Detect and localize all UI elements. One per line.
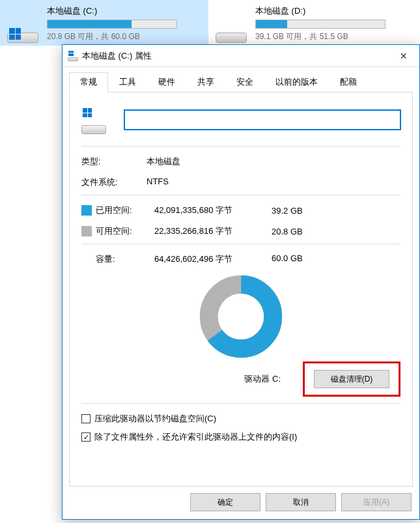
drive-item-c[interactable]: 本地磁盘 (C:) 20.8 GB 可用，共 60.0 GB — [0, 0, 208, 46]
tab-sharing[interactable]: 共享 — [186, 72, 225, 92]
index-checkbox-row[interactable]: ✓ 除了文件属性外，还允许索引此驱动器上文件的内容(I) — [81, 431, 400, 443]
used-bytes: 42,091,335,680 字节 — [154, 205, 272, 216]
drive-name: 本地磁盘 (C:) — [47, 5, 202, 17]
ok-button[interactable]: 确定 — [190, 493, 260, 511]
drive-item-d[interactable]: 本地磁盘 (D:) 39.1 GB 可用，共 51.5 GB — [208, 0, 417, 46]
cancel-button[interactable]: 取消 — [266, 493, 336, 511]
index-label: 除了文件属性外，还允许索引此驱动器上文件的内容(I) — [94, 431, 297, 443]
capacity-label: 容量: — [96, 253, 154, 265]
used-label: 已用空间: — [96, 205, 154, 216]
dialog-title: 本地磁盘 (C:) 属性 — [82, 50, 389, 62]
used-readable: 39.2 GB — [272, 206, 324, 216]
divider — [81, 146, 400, 147]
tab-bar: 常规 工具 硬件 共享 安全 以前的版本 配额 — [63, 67, 419, 92]
drive-icon — [7, 10, 39, 43]
tab-tools[interactable]: 工具 — [108, 72, 147, 92]
filesystem-value: NTFS — [147, 177, 400, 188]
type-value: 本地磁盘 — [147, 156, 400, 167]
dialog-titlebar[interactable]: 本地磁盘 (C:) 属性 ✕ — [63, 45, 419, 67]
divider — [81, 195, 400, 195]
tab-quota[interactable]: 配额 — [329, 72, 368, 92]
used-swatch — [81, 205, 92, 216]
volume-label-input[interactable] — [124, 110, 400, 130]
tab-previous-versions[interactable]: 以前的版本 — [264, 72, 329, 92]
drive-usage-bar — [47, 20, 177, 29]
free-swatch — [81, 226, 92, 236]
drive-usage-bar — [255, 20, 385, 29]
filesystem-label: 文件系统: — [81, 177, 147, 188]
properties-dialog: 本地磁盘 (C:) 属性 ✕ 常规 工具 硬件 共享 安全 以前的版本 配额 类… — [62, 44, 420, 520]
divider — [81, 403, 400, 404]
checkbox-icon[interactable] — [81, 414, 91, 423]
drive-icon — [68, 51, 78, 61]
highlight-annotation: 磁盘清理(D) — [303, 361, 400, 397]
close-button[interactable]: ✕ — [389, 46, 418, 66]
tab-security[interactable]: 安全 — [225, 72, 264, 92]
free-label: 可用空间: — [96, 225, 154, 237]
free-readable: 20.8 GB — [272, 227, 324, 236]
tab-general[interactable]: 常规 — [69, 72, 108, 92]
tab-hardware[interactable]: 硬件 — [147, 72, 186, 92]
drive-name: 本地磁盘 (D:) — [255, 5, 410, 17]
apply-button[interactable]: 应用(A) — [341, 493, 412, 511]
disk-cleanup-button[interactable]: 磁盘清理(D) — [314, 370, 389, 388]
drive-label: 驱动器 C: — [244, 373, 281, 385]
capacity-readable: 60.0 GB — [272, 253, 324, 265]
drive-icon — [81, 106, 107, 134]
explorer-drive-list: 本地磁盘 (C:) 20.8 GB 可用，共 60.0 GB 本地磁盘 (D:)… — [0, 0, 420, 46]
capacity-bytes: 64,426,602,496 字节 — [154, 253, 272, 265]
divider — [81, 244, 400, 244]
type-label: 类型: — [81, 156, 147, 167]
compress-checkbox-row[interactable]: 压缩此驱动器以节约磁盘空间(C) — [81, 413, 400, 425]
drive-sub: 20.8 GB 可用，共 60.0 GB — [47, 31, 202, 42]
checkbox-icon[interactable]: ✓ — [81, 432, 91, 442]
usage-pie-chart — [81, 274, 400, 359]
compress-label: 压缩此驱动器以节约磁盘空间(C) — [94, 413, 216, 425]
drive-sub: 39.1 GB 可用，共 51.5 GB — [255, 31, 410, 42]
tab-content-general: 类型: 本地磁盘 文件系统: NTFS 已用空间: 42,091,335,680… — [69, 92, 413, 487]
free-bytes: 22,335,266,816 字节 — [154, 225, 272, 237]
dialog-button-row: 确定 取消 应用(A) — [63, 487, 419, 519]
drive-icon — [215, 10, 247, 43]
